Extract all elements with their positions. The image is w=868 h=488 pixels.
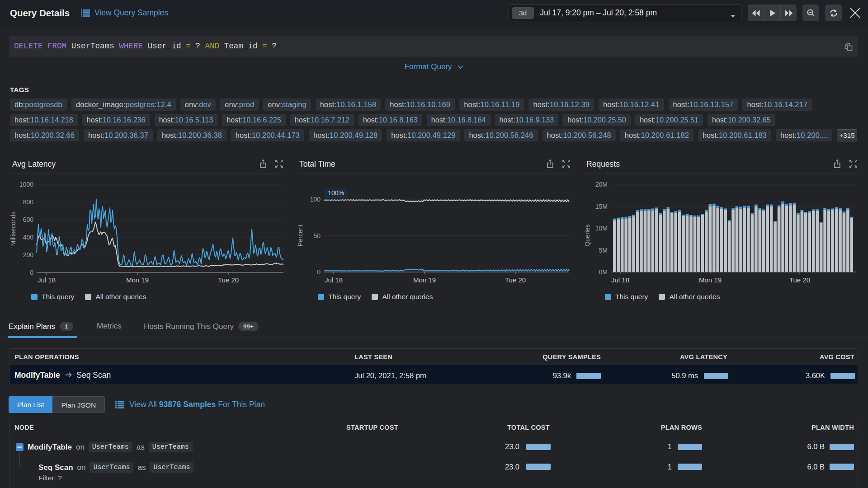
svg-text:800: 800 [23, 198, 34, 206]
svg-text:100%: 100% [328, 189, 344, 197]
svg-text:1000: 1000 [19, 181, 33, 188]
svg-text:15M: 15M [595, 203, 608, 210]
svg-text:Tue 20: Tue 20 [789, 276, 810, 284]
svg-text:5M: 5M [599, 247, 608, 254]
svg-text:0: 0 [30, 269, 33, 276]
svg-text:Percent: Percent [297, 225, 304, 246]
svg-text:Milliseconds: Milliseconds [9, 211, 17, 246]
svg-text:Mon 19: Mon 19 [699, 276, 722, 284]
svg-text:50: 50 [313, 232, 321, 239]
svg-text:0M: 0M [599, 268, 608, 276]
svg-text:600: 600 [23, 216, 34, 223]
svg-text:Jul 18: Jul 18 [611, 276, 629, 284]
svg-text:10M: 10M [595, 225, 608, 232]
svg-text:200: 200 [23, 251, 34, 258]
svg-text:Queries: Queries [584, 224, 591, 246]
svg-text:Jul 18: Jul 18 [325, 276, 343, 284]
svg-text:400: 400 [23, 234, 34, 241]
svg-text:Mon 19: Mon 19 [413, 276, 436, 284]
svg-text:100: 100 [310, 196, 321, 203]
svg-text:Jul 18: Jul 18 [38, 276, 56, 284]
svg-text:Mon 19: Mon 19 [126, 276, 149, 284]
svg-text:0: 0 [317, 268, 321, 276]
svg-text:20M: 20M [595, 181, 608, 188]
svg-text:Tue 20: Tue 20 [505, 276, 526, 284]
svg-text:Tue 20: Tue 20 [218, 276, 239, 284]
